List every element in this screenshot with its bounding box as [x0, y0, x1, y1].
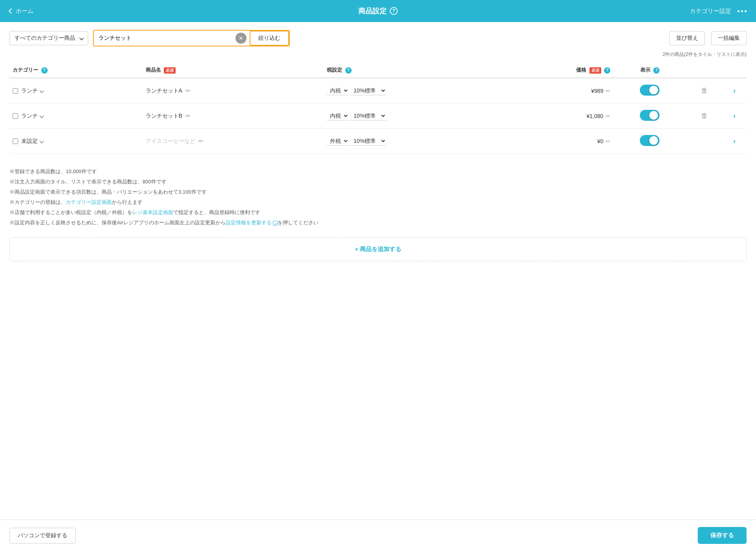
row2-name-edit-icon[interactable]: ✏ — [185, 112, 191, 120]
product-table: カテゴリー ? 商品名 必須 税設定 ? 価格 必須 ? 表示 — [9, 63, 747, 154]
row3-tax-rate-select[interactable]: 10%標準 8%軽減 0%非課税 — [350, 137, 386, 146]
row1-product-name: ランチセットA — [146, 87, 182, 94]
category-dropdown[interactable]: すべてのカテゴリー商品 — [9, 31, 88, 45]
row3-product-name-placeholder: アイスコーヒーなど — [146, 138, 195, 145]
row3-category-cell: 未設定 — [9, 129, 143, 154]
sort-button[interactable]: 並び替え — [669, 31, 705, 45]
pc-register-button[interactable]: パソコンで登録する — [9, 528, 76, 544]
row2-display-cell — [613, 104, 686, 129]
add-product-section[interactable]: + 商品を追加する — [9, 237, 747, 261]
row2-checkbox[interactable] — [13, 113, 18, 119]
table-header: カテゴリー ? 商品名 必須 税設定 ? 価格 必須 ? 表示 — [9, 63, 747, 78]
category-help-icon[interactable]: ? — [41, 67, 48, 74]
row2-product-name: ランチセットB — [146, 113, 182, 120]
row1-price-value: ¥989 — [591, 88, 603, 94]
row1-category-label: ランチ — [21, 87, 38, 94]
tax-help-icon[interactable]: ? — [345, 67, 352, 74]
th-detail — [723, 63, 747, 78]
row2-delete-icon[interactable]: 🗑 — [701, 112, 708, 120]
title-help-icon[interactable]: ? — [390, 7, 398, 15]
table-body: ランチ ランチセットA ✏ 内税 外税 — [9, 78, 747, 154]
row3-delete-cell — [686, 129, 723, 154]
row1-detail-chevron-icon[interactable]: › — [733, 87, 736, 94]
row3-detail-chevron-icon[interactable]: › — [733, 137, 736, 145]
filter-button[interactable]: 絞り込む — [250, 31, 289, 46]
note-5: ※店舗で利用することが多い税設定（内税／外税）をレジ基本設定画面で指定すると、商… — [9, 207, 747, 218]
more-options-button[interactable] — [737, 10, 747, 12]
row1-category-chevron-icon[interactable] — [39, 89, 44, 93]
th-delete — [686, 63, 723, 78]
row1-tax-cell: 内税 外税 10%標準 8%軽減 0%非課税 — [324, 78, 493, 104]
table-row: ランチ ランチセットB ✏ 内税 外税 — [9, 104, 747, 129]
note-2: ※注文入力画面のタイル、リストで表示できる商品数は、800件です — [9, 177, 747, 187]
row2-tax-rate-select[interactable]: 10%標準 8%軽減 0%非課税 — [350, 111, 386, 120]
row1-checkbox[interactable] — [13, 88, 18, 94]
row2-tax-cell: 内税 外税 10%標準 8%軽減 0%非課税 — [324, 104, 493, 129]
row2-category-chevron-icon[interactable] — [39, 114, 44, 118]
row3-name-edit-icon[interactable]: ✏ — [198, 137, 204, 145]
row1-detail-cell: › — [723, 78, 747, 104]
row2-price-value: ¥1,080 — [587, 113, 604, 119]
chevron-left-icon — [9, 8, 14, 14]
note-6: ※設定内容を正しく反映させるために、保存後Airレジアプリのホーム画面左上の設定… — [9, 218, 747, 228]
row3-price-value: ¥0 — [597, 138, 604, 144]
row2-price-cell: ¥1,080 ✏ — [493, 104, 614, 129]
chevron-down-icon — [79, 36, 83, 40]
header-right: カテゴリー設定 — [690, 7, 747, 15]
search-clear-button[interactable]: ✕ — [235, 33, 246, 44]
row2-product-name-cell: ランチセットB ✏ — [143, 104, 324, 129]
row2-delete-cell: 🗑 — [686, 104, 723, 129]
row3-display-toggle[interactable] — [640, 135, 660, 146]
page-title: 商品設定 — [358, 6, 387, 16]
th-display: 表示 ? — [613, 63, 686, 78]
price-help-icon[interactable]: ? — [604, 67, 610, 74]
th-product-name: 商品名 必須 — [143, 63, 324, 78]
th-tax-setting: 税設定 ? — [324, 63, 493, 78]
category-settings-page-link[interactable]: カテゴリー設定画面 — [66, 199, 112, 205]
row3-price-cell: ¥0 ✏ — [493, 129, 614, 154]
row3-checkbox[interactable] — [13, 139, 18, 144]
row2-detail-cell: › — [723, 104, 747, 129]
table-row: ランチ ランチセットA ✏ 内税 外税 — [9, 78, 747, 104]
row1-delete-cell: 🗑 — [686, 78, 723, 104]
row1-price-cell: ¥989 ✏ — [493, 78, 614, 104]
row3-tax-type-select[interactable]: 外税 内税 — [327, 137, 349, 146]
row2-tax-type-select[interactable]: 内税 外税 — [327, 111, 349, 120]
right-buttons: 並び替え 一括編集 — [669, 31, 747, 45]
note-4: ※カテゴリーの登録は、カテゴリー設定画面から行えます — [9, 197, 747, 207]
search-group: ✕ 絞り込む — [93, 30, 290, 46]
row3-category-chevron-icon[interactable] — [39, 139, 44, 143]
row2-display-toggle[interactable] — [640, 110, 660, 121]
back-label: ホーム — [16, 7, 33, 15]
row1-tax-rate-select[interactable]: 10%標準 8%軽減 0%非課税 — [350, 86, 386, 95]
save-button[interactable]: 保存する — [698, 527, 747, 544]
bottom-spacer — [9, 271, 747, 302]
row1-name-edit-icon[interactable]: ✏ — [185, 87, 191, 94]
row3-price-edit-icon[interactable]: ✏ — [606, 138, 610, 144]
price-required-badge: 必須 — [589, 67, 601, 74]
row3-product-name-cell: アイスコーヒーなど ✏ — [143, 129, 324, 154]
row3-category-label: 未設定 — [21, 138, 38, 145]
row1-delete-icon[interactable]: 🗑 — [701, 87, 708, 94]
row1-price-edit-icon[interactable]: ✏ — [606, 88, 610, 94]
back-button[interactable]: ホーム — [9, 7, 33, 15]
category-select-value: すべてのカテゴリー商品 — [15, 35, 75, 42]
row3-tax-cell: 外税 内税 10%標準 8%軽減 0%非課税 — [324, 129, 493, 154]
search-input[interactable] — [94, 32, 235, 44]
display-help-icon[interactable]: ? — [653, 67, 660, 74]
category-settings-link[interactable]: カテゴリー設定 — [690, 7, 731, 15]
note-3: ※商品設定画面で表示できる項目数は、商品・バリエーションをあわせて3,100件で… — [9, 187, 747, 197]
result-count: 2件の商品(2件をタイル・リストに表示) — [9, 51, 747, 58]
bulk-edit-button[interactable]: 一括編集 — [711, 31, 747, 45]
header: ホーム 商品設定 ? カテゴリー設定 — [0, 0, 756, 22]
row2-price-edit-icon[interactable]: ✏ — [606, 113, 610, 119]
row1-tax-type-select[interactable]: 内税 外税 — [327, 86, 349, 95]
row1-display-toggle[interactable] — [640, 85, 660, 96]
external-link-icon — [273, 221, 278, 226]
register-settings-link[interactable]: レジ基本設定画面 — [132, 209, 173, 215]
row2-category-cell: ランチ — [9, 104, 143, 129]
header-title: 商品設定 ? — [358, 6, 398, 16]
update-settings-link[interactable]: 設定情報を更新する — [226, 220, 278, 226]
row2-detail-chevron-icon[interactable]: › — [733, 112, 736, 120]
bottom-bar: パソコンで登録する 保存する — [0, 520, 756, 551]
